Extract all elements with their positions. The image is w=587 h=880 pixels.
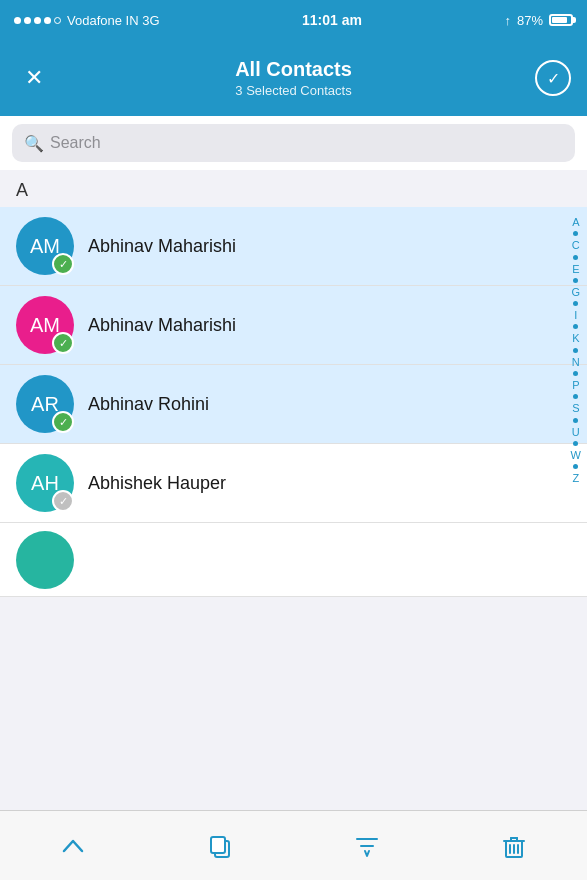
alpha-k[interactable]: K — [572, 331, 579, 345]
list-item[interactable]: AM ✓ Abhinav Maharishi — [0, 286, 587, 365]
dot-2 — [24, 17, 31, 24]
filter-button[interactable] — [345, 824, 389, 868]
avatar-container: AR ✓ — [16, 375, 74, 433]
alpha-dot — [573, 255, 578, 260]
avatar-initials: AM — [30, 235, 60, 258]
alpha-n[interactable]: N — [572, 355, 580, 369]
toolbar — [0, 810, 587, 880]
list-item[interactable] — [0, 523, 587, 597]
copy-icon — [205, 831, 235, 861]
nav-bar: ✕ All Contacts 3 Selected Contacts ✓ — [0, 40, 587, 116]
battery-fill — [552, 17, 567, 23]
alpha-p[interactable]: P — [572, 378, 579, 392]
list-item[interactable]: AM ✓ Abhinav Maharishi — [0, 207, 587, 286]
filter-icon — [352, 831, 382, 861]
signal-dots — [14, 17, 61, 24]
section-header-a: A — [0, 170, 587, 207]
close-icon: ✕ — [25, 67, 43, 89]
avatar — [16, 531, 74, 589]
status-bar: Vodafone IN 3G 11:01 am ↑ 87% — [0, 0, 587, 40]
selected-badge: ✓ — [52, 253, 74, 275]
dot-5 — [54, 17, 61, 24]
alpha-g[interactable]: G — [572, 285, 581, 299]
alpha-dot — [573, 464, 578, 469]
list-item[interactable]: AH ✓ Abhishek Hauper — [0, 444, 587, 523]
nav-subtitle: 3 Selected Contacts — [235, 83, 351, 98]
avatar-container: AH ✓ — [16, 454, 74, 512]
carrier-label: Vodafone IN 3G — [67, 13, 160, 28]
alpha-dot — [573, 418, 578, 423]
time-label: 11:01 am — [302, 12, 362, 28]
battery-icon — [549, 14, 573, 26]
alpha-i[interactable]: I — [574, 308, 577, 322]
nav-title: All Contacts — [235, 58, 352, 81]
avatar-container — [16, 531, 74, 589]
copy-button[interactable] — [198, 824, 242, 868]
avatar-initials: AM — [30, 314, 60, 337]
confirm-button[interactable]: ✓ — [535, 60, 571, 96]
alpha-e[interactable]: E — [572, 262, 579, 276]
avatar-container: AM ✓ — [16, 217, 74, 275]
alpha-dot — [573, 441, 578, 446]
list-item[interactable]: AR ✓ Abhinav Rohini — [0, 365, 587, 444]
alpha-u[interactable]: U — [572, 425, 580, 439]
dot-3 — [34, 17, 41, 24]
avatar-container: AM ✓ — [16, 296, 74, 354]
alpha-dot — [573, 348, 578, 353]
avatar-initials: AR — [31, 393, 59, 416]
contact-list: AM ✓ Abhinav Maharishi AM ✓ Abhinav Maha… — [0, 207, 587, 597]
contact-list-area: A AM ✓ Abhinav Maharishi AM ✓ Abhinav Ma… — [0, 170, 587, 810]
avatar-initials: AH — [31, 472, 59, 495]
alpha-dot — [573, 231, 578, 236]
search-bar-container: 🔍 Search — [0, 116, 587, 170]
alpha-index: A C E G I K N P S U W Z — [571, 207, 581, 494]
alpha-w[interactable]: W — [571, 448, 581, 462]
svg-rect-1 — [211, 837, 225, 853]
dot-1 — [14, 17, 21, 24]
dot-4 — [44, 17, 51, 24]
unselected-badge: ✓ — [52, 490, 74, 512]
alpha-dot — [573, 324, 578, 329]
contact-name: Abhinav Rohini — [88, 394, 209, 415]
alpha-c[interactable]: C — [572, 238, 580, 252]
battery-percent: 87% — [517, 13, 543, 28]
close-button[interactable]: ✕ — [16, 60, 52, 96]
alpha-dot — [573, 301, 578, 306]
status-left: Vodafone IN 3G — [14, 13, 160, 28]
alpha-a[interactable]: A — [572, 215, 579, 229]
selected-badge: ✓ — [52, 332, 74, 354]
trash-icon — [499, 831, 529, 861]
alpha-dot — [573, 394, 578, 399]
scroll-up-button[interactable] — [51, 824, 95, 868]
selected-badge: ✓ — [52, 411, 74, 433]
contact-name: Abhinav Maharishi — [88, 236, 236, 257]
alpha-dot — [573, 278, 578, 283]
alpha-dot — [573, 371, 578, 376]
checkmark-icon: ✓ — [547, 69, 560, 88]
chevron-up-icon — [58, 831, 88, 861]
contact-name: Abhinav Maharishi — [88, 315, 236, 336]
contact-name: Abhishek Hauper — [88, 473, 226, 494]
delete-button[interactable] — [492, 824, 536, 868]
location-icon: ↑ — [504, 13, 511, 28]
status-right: ↑ 87% — [504, 13, 573, 28]
search-bar[interactable]: 🔍 Search — [12, 124, 575, 162]
search-placeholder: Search — [50, 134, 101, 152]
alpha-s[interactable]: S — [572, 401, 579, 415]
alpha-z[interactable]: Z — [572, 471, 579, 485]
search-icon: 🔍 — [24, 134, 44, 153]
